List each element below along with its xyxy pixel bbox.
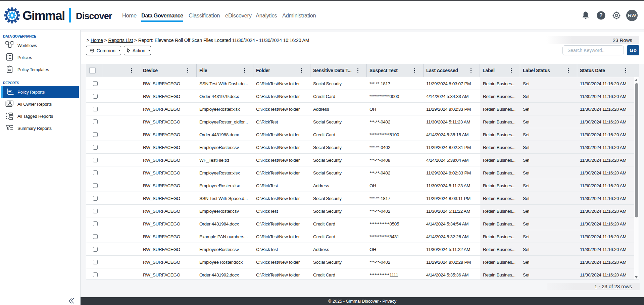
svg-text:?: ? xyxy=(599,12,603,18)
